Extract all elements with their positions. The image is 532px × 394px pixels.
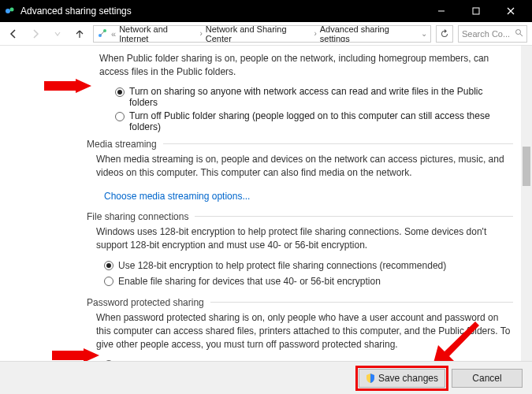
divider <box>163 143 513 144</box>
chevron-right-icon: › <box>198 29 203 38</box>
recent-dropdown[interactable] <box>49 25 66 43</box>
public-sharing-off-label: Turn off Public folder sharing (people l… <box>129 110 513 132</box>
encryption-4056-label: Enable file sharing for devices that use… <box>118 275 381 288</box>
svg-line-10 <box>520 34 523 36</box>
scrollbar-thumb[interactable] <box>523 147 530 186</box>
svg-point-1 <box>10 8 14 12</box>
breadcrumb-item[interactable]: Advanced sharing settings <box>320 25 418 43</box>
app-icon <box>5 6 16 17</box>
location-icon <box>97 28 108 40</box>
footer: Save changes Cancel <box>0 361 532 394</box>
breadcrumb-item[interactable]: Network and Internet <box>119 25 196 43</box>
password-desc: When password protected sharing is on, o… <box>96 311 513 352</box>
divider <box>195 216 513 217</box>
refresh-button[interactable] <box>436 25 453 43</box>
media-desc: When media streaming is on, people and d… <box>96 153 513 180</box>
forward-button[interactable] <box>27 25 44 43</box>
svg-line-8 <box>100 31 105 35</box>
svg-point-9 <box>516 30 521 35</box>
breadcrumb[interactable]: « Network and Internet › Network and Sha… <box>93 25 431 43</box>
up-button[interactable] <box>71 25 88 43</box>
filesharing-desc: Windows uses 128-bit encryption to help … <box>96 225 513 253</box>
shield-icon <box>366 374 375 383</box>
title-bar: Advanced sharing settings <box>0 0 532 22</box>
nav-bar: « Network and Internet › Network and Sha… <box>0 22 532 46</box>
encryption-4056-radio[interactable] <box>104 277 113 286</box>
cancel-button-label: Cancel <box>472 373 501 384</box>
cancel-button[interactable]: Cancel <box>452 369 523 388</box>
minimize-button[interactable] <box>425 0 458 22</box>
section-title: File sharing connections <box>87 211 188 222</box>
section-title: Media streaming <box>87 139 157 150</box>
search-icon <box>515 28 523 39</box>
encryption-128-radio[interactable] <box>104 261 113 270</box>
svg-marker-11 <box>44 79 91 93</box>
window-title: Advanced sharing settings <box>20 6 420 17</box>
content-area: When Public folder sharing is on, people… <box>87 49 513 361</box>
save-changes-button[interactable]: Save changes <box>359 369 445 388</box>
back-button[interactable] <box>5 25 22 43</box>
close-button[interactable] <box>494 0 527 22</box>
maximize-button[interactable] <box>459 0 493 22</box>
chevron-left-icon: « <box>110 29 117 39</box>
section-title: Password protected sharing <box>87 297 204 308</box>
vertical-scrollbar[interactable] <box>521 46 532 361</box>
chevron-down-icon[interactable]: ⌄ <box>421 29 427 38</box>
encryption-128-label: Use 128-bit encryption to help protect f… <box>118 259 446 273</box>
public-sharing-on-label: Turn on sharing so anyone with network a… <box>129 86 513 108</box>
save-button-label: Save changes <box>378 373 438 384</box>
search-placeholder: Search Co... <box>462 29 512 39</box>
svg-point-0 <box>6 9 10 13</box>
public-sharing-on-radio[interactable] <box>115 87 125 97</box>
annotation-arrow <box>44 79 91 93</box>
public-folder-intro: When Public folder sharing is on, people… <box>99 52 513 80</box>
media-streaming-link[interactable]: Choose media streaming options... <box>104 190 250 203</box>
search-input[interactable]: Search Co... <box>458 25 527 43</box>
chevron-right-icon: › <box>312 29 318 38</box>
public-sharing-off-radio[interactable] <box>115 112 125 121</box>
breadcrumb-item[interactable]: Network and Sharing Center <box>206 25 311 43</box>
divider <box>210 302 513 303</box>
svg-rect-3 <box>473 8 479 14</box>
